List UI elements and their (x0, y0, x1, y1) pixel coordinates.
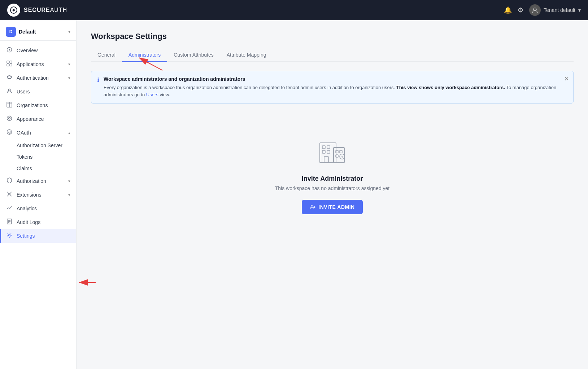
main-content: Workspace Settings General Administrator… (77, 20, 588, 369)
applications-icon (6, 61, 13, 68)
sidebar-item-authentication[interactable]: Authentication ▾ (0, 71, 76, 85)
svg-rect-4 (7, 61, 9, 63)
info-banner-text: Every organization is a workspace thus o… (104, 84, 567, 98)
empty-state-subtitle: This workspace has no administrators ass… (275, 185, 389, 191)
page-title: Workspace Settings (91, 32, 574, 41)
sidebar-item-label: Appearance (17, 116, 70, 122)
chevron-icon: ▾ (68, 76, 70, 80)
svg-point-14 (9, 118, 10, 119)
add-user-icon (310, 204, 315, 210)
sidebar-item-label: Extensions (17, 192, 65, 198)
svg-rect-6 (7, 64, 9, 66)
sidebar-item-label: OAuth (17, 130, 65, 136)
sidebar-item-tokens[interactable]: Tokens (0, 151, 76, 163)
settings-icon (6, 232, 13, 240)
invite-admin-button[interactable]: INVITE ADMIN (302, 200, 362, 214)
oauth-icon: @ (6, 129, 13, 136)
sidebar-item-label: Authentication (17, 75, 65, 81)
svg-rect-25 (327, 146, 330, 149)
analytics-icon (6, 205, 13, 212)
chevron-icon: ▾ (68, 179, 70, 184)
users-link[interactable]: Users (146, 92, 158, 97)
sidebar: D Default ▾ Overview Applications ▾ Auth… (0, 20, 77, 369)
sidebar-item-appearance[interactable]: Appearance (0, 112, 76, 126)
empty-state: ? Invite Administrator This workspace ha… (91, 112, 574, 236)
empty-state-title: Invite Administrator (302, 175, 363, 183)
navbar: SECUREAUTH 🔔 ⚙ Tenant default ▾ (0, 0, 588, 20)
workspace-name: Default (19, 29, 65, 35)
overview-icon (6, 47, 13, 54)
svg-rect-27 (327, 150, 330, 153)
sidebar-item-label: Audit Logs (17, 219, 70, 225)
sidebar-item-label: Settings (17, 233, 70, 239)
chevron-icon: ▴ (68, 131, 70, 135)
logo-icon (7, 4, 20, 17)
authentication-icon (6, 74, 13, 82)
gear-icon[interactable]: ⚙ (518, 6, 523, 14)
sidebar-item-organizations[interactable]: Organizations (0, 98, 76, 112)
tenant-button[interactable]: Tenant default ▾ (529, 4, 581, 16)
sidebar-item-label: Analytics (17, 206, 70, 211)
workspace-chevron-icon: ▾ (68, 29, 70, 34)
chevron-icon: ▾ (68, 193, 70, 197)
invite-admin-label: INVITE ADMIN (318, 204, 354, 210)
sidebar-item-authorization[interactable]: Authorization ▾ (0, 174, 76, 188)
svg-point-13 (7, 116, 12, 121)
svg-rect-26 (322, 150, 325, 153)
sidebar-item-overview[interactable]: Overview (0, 44, 76, 57)
svg-point-35 (311, 205, 313, 207)
sidebar-item-label: Users (17, 89, 70, 95)
chevron-icon: ▾ (68, 62, 70, 67)
tenant-label: Tenant default (544, 7, 575, 13)
users-icon (6, 88, 13, 95)
svg-rect-24 (322, 146, 325, 149)
claims-label: Claims (17, 166, 32, 171)
sidebar-item-extensions[interactable]: Extensions ▾ (0, 188, 76, 202)
svg-rect-17 (9, 193, 10, 195)
tab-administrators[interactable]: Administrators (122, 48, 167, 62)
sidebar-item-users[interactable]: Users (0, 85, 76, 98)
svg-point-22 (9, 234, 10, 236)
svg-point-3 (9, 49, 10, 50)
sidebar-item-claims[interactable]: Claims (0, 163, 76, 174)
sidebar-item-authorization-server[interactable]: Authorization Server (0, 140, 76, 151)
empty-state-icon: ? (316, 134, 349, 168)
sidebar-item-oauth[interactable]: @ OAuth ▴ (0, 126, 76, 140)
tab-attribute-mapping[interactable]: Attribute Mapping (220, 48, 273, 62)
navbar-left: SECUREAUTH (7, 4, 67, 17)
layout: D Default ▾ Overview Applications ▾ Auth… (0, 20, 588, 369)
close-icon[interactable]: ✕ (564, 75, 569, 82)
sidebar-item-label: Organizations (17, 102, 70, 108)
appearance-icon (6, 115, 13, 123)
extensions-icon (6, 191, 13, 198)
sidebar-item-label: Overview (17, 48, 70, 53)
info-banner: ℹ Workspace administrators and organizat… (91, 71, 574, 104)
user-avatar (529, 4, 541, 16)
svg-rect-29 (334, 148, 344, 163)
svg-rect-5 (10, 61, 12, 63)
svg-rect-28 (324, 157, 328, 163)
workspace-icon: D (6, 27, 16, 37)
audit-logs-icon (6, 219, 13, 226)
sidebar-item-label: Applications (17, 61, 65, 67)
authorization-server-label: Authorization Server (17, 142, 62, 148)
svg-text:@: @ (8, 131, 12, 134)
sidebar-item-applications[interactable]: Applications ▾ (0, 57, 76, 71)
sidebar-item-settings[interactable]: Settings (0, 229, 76, 243)
workspace-selector[interactable]: D Default ▾ (0, 23, 76, 41)
authorization-icon (6, 177, 13, 185)
info-content: Workspace administrators and organizatio… (104, 76, 567, 98)
tab-custom-attributes[interactable]: Custom Attributes (167, 48, 220, 62)
info-banner-title: Workspace administrators and organizatio… (104, 76, 567, 82)
bell-icon[interactable]: 🔔 (504, 6, 512, 14)
navbar-right: 🔔 ⚙ Tenant default ▾ (504, 4, 581, 16)
tab-general[interactable]: General (91, 48, 122, 62)
tabs: General Administrators Custom Attributes… (91, 48, 574, 62)
info-icon: ℹ (97, 76, 99, 83)
sidebar-item-analytics[interactable]: Analytics (0, 202, 76, 215)
app-name: SECUREAUTH (24, 7, 67, 13)
svg-rect-7 (10, 64, 12, 66)
organizations-icon (6, 102, 13, 109)
sidebar-item-audit-logs[interactable]: Audit Logs (0, 215, 76, 229)
tokens-label: Tokens (17, 154, 32, 160)
